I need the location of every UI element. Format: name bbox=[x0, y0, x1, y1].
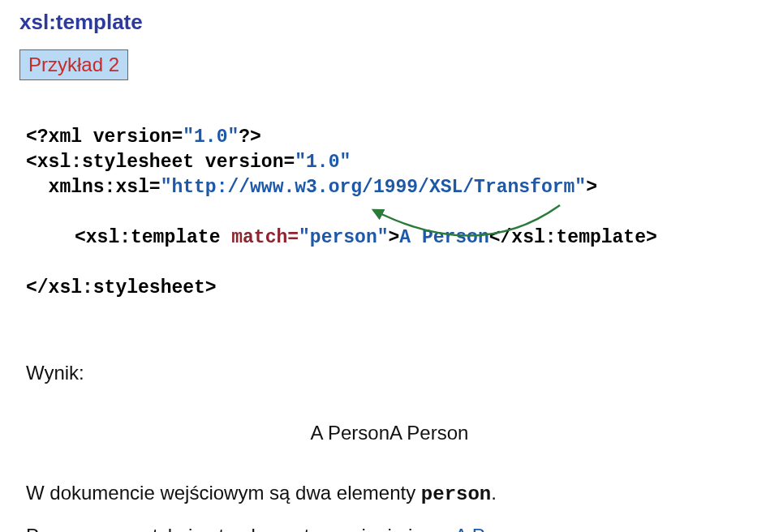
code-text: xmlns:xsl= bbox=[49, 177, 161, 198]
para-highlight: A Person bbox=[454, 525, 533, 532]
code-text: "1.0" bbox=[295, 152, 351, 173]
code-text: </xsl:template> bbox=[489, 227, 657, 248]
para-text: W dokumencie wejściowym są dwa elementy bbox=[26, 482, 421, 504]
para-text: . bbox=[534, 525, 540, 532]
code-text: <xsl:template bbox=[75, 227, 231, 248]
code-text: "http://www.w3.org/1999/XSL/Transform" bbox=[161, 177, 587, 198]
para-text: Procesor napotykając te elementy zamieni… bbox=[26, 525, 454, 532]
para-code: person bbox=[421, 483, 491, 505]
code-text: <?xml version= bbox=[26, 127, 183, 148]
code-text: "1.0" bbox=[183, 127, 239, 148]
code-text: > bbox=[586, 177, 597, 198]
result-label: Wynik: bbox=[26, 362, 760, 384]
code-text: <xsl:stylesheet version= bbox=[26, 152, 295, 173]
paragraph-1: W dokumencie wejściowym są dwa elementy … bbox=[26, 480, 760, 508]
para-text: . bbox=[491, 482, 497, 504]
code-text: </xsl:stylesheet> bbox=[26, 277, 217, 298]
code-text: ?> bbox=[239, 127, 261, 148]
code-text: "person" bbox=[299, 227, 388, 248]
example-badge: Przykład 2 bbox=[19, 49, 128, 80]
code-text: match= bbox=[231, 227, 299, 248]
code-block: <?xml version="1.0"?> <xsl:stylesheet ve… bbox=[26, 100, 760, 301]
result-text: A PersonA Person bbox=[19, 422, 760, 444]
page-title: xsl:template bbox=[19, 10, 760, 35]
paragraph-2: Procesor napotykając te elementy zamieni… bbox=[26, 523, 760, 532]
code-text: A Person bbox=[399, 227, 488, 248]
code-text: > bbox=[388, 227, 399, 248]
